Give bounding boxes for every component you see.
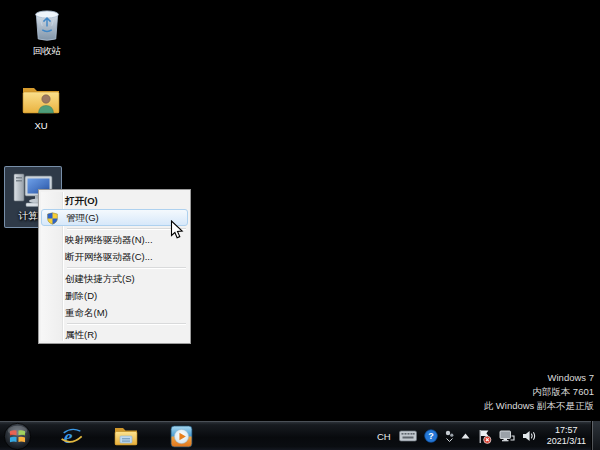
menu-item-label: 断开网络驱动器(C)...	[65, 251, 153, 262]
menu-item-label: 重命名(M)	[65, 307, 108, 318]
context-menu: 打开(O) 管理(G) 映射网络驱动器(N)... 断开网络驱动器(C)... …	[38, 189, 191, 344]
desktop-icon-label: XU	[13, 120, 69, 131]
taskbar-item-media-player[interactable]	[164, 423, 198, 449]
watermark-line: 此 Windows 副本不是正版	[484, 399, 594, 413]
menu-item-manage[interactable]: 管理(G)	[41, 209, 188, 226]
desktop-icon-label: 回收站	[19, 45, 75, 56]
show-hidden-icons-button[interactable]	[461, 433, 470, 439]
menu-item-label: 创建快捷方式(S)	[65, 273, 135, 284]
taskbar-item-internet-explorer[interactable]: e	[54, 423, 88, 449]
menu-item-label: 属性(R)	[65, 329, 97, 340]
svg-text:?: ?	[428, 431, 434, 441]
action-center-flag-icon[interactable]	[477, 429, 492, 444]
desktop-icon-recycle-bin[interactable]: 回收站	[19, 5, 75, 56]
start-button[interactable]	[2, 421, 32, 450]
windows-orb-icon	[3, 422, 32, 450]
taskbar-item-windows-explorer[interactable]	[109, 423, 143, 449]
menu-item-disconnect-network-drive[interactable]: 断开网络驱动器(C)...	[41, 248, 188, 265]
mouse-cursor	[170, 220, 184, 240]
user-folder-icon	[20, 82, 62, 118]
recycle-bin-icon	[28, 5, 66, 43]
menu-item-label: 删除(D)	[65, 290, 97, 301]
menu-item-delete[interactable]: 删除(D)	[41, 287, 188, 304]
menu-item-properties[interactable]: 属性(R)	[41, 326, 188, 343]
menu-item-create-shortcut[interactable]: 创建快捷方式(S)	[41, 270, 188, 287]
clock[interactable]: 17:57 2021/3/11	[544, 425, 586, 447]
desktop-icon-user-folder[interactable]: XU	[13, 82, 69, 131]
help-icon[interactable]: ?	[424, 429, 438, 443]
show-desktop-button[interactable]	[591, 421, 600, 450]
language-indicator[interactable]: CH	[376, 431, 392, 442]
menu-item-label: 管理(G)	[66, 212, 99, 223]
menu-item-map-network-drive[interactable]: 映射网络驱动器(N)...	[41, 231, 188, 248]
volume-icon[interactable]	[522, 430, 537, 442]
menu-item-label: 映射网络驱动器(N)...	[65, 234, 153, 245]
svg-text:e: e	[63, 425, 72, 447]
media-player-icon	[170, 425, 193, 448]
watermark-line: Windows 7	[484, 371, 594, 385]
keyboard-layout-icon[interactable]	[399, 430, 417, 442]
explorer-folder-icon	[113, 425, 139, 447]
desktop[interactable]: 回收站 XU	[0, 0, 600, 450]
system-tray: CH ?	[376, 422, 586, 450]
uac-shield-icon	[46, 212, 59, 225]
menu-item-label: 打开(O)	[65, 195, 98, 206]
internet-explorer-icon: e	[59, 424, 84, 449]
clock-time: 17:57	[547, 425, 586, 436]
windows-watermark: Windows 7 内部版本 7601 此 Windows 副本不是正版	[484, 371, 594, 413]
menu-item-rename[interactable]: 重命名(M)	[41, 304, 188, 321]
menu-item-open[interactable]: 打开(O)	[41, 192, 188, 209]
network-icon[interactable]	[499, 430, 515, 443]
watermark-line: 内部版本 7601	[484, 385, 594, 399]
tray-device-icon[interactable]	[445, 430, 454, 442]
clock-date: 2021/3/11	[547, 436, 586, 447]
taskbar: e	[0, 421, 600, 450]
